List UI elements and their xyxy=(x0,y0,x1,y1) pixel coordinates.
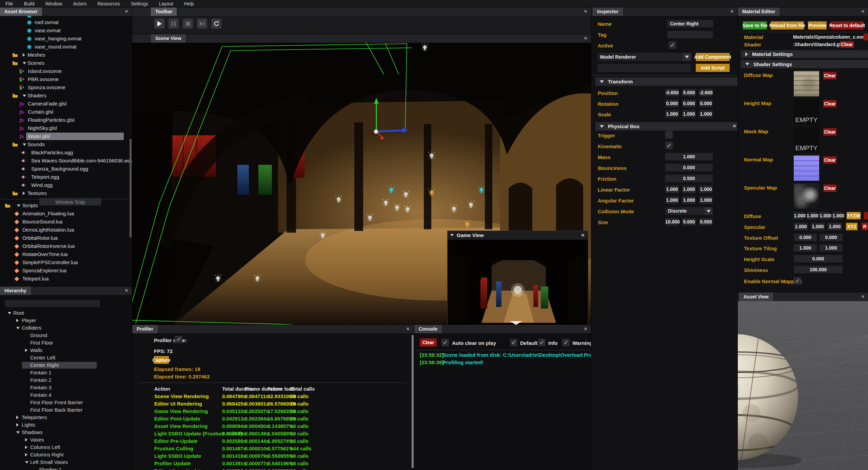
tab-console[interactable]: Console xyxy=(414,325,442,333)
tab-material-editor[interactable]: Material Editor xyxy=(738,7,780,16)
specular-texture-thumbnail[interactable] xyxy=(794,183,819,209)
tab-asset-view[interactable]: Asset View xyxy=(739,292,773,301)
menu-window[interactable]: Window xyxy=(40,0,68,7)
map-clear-button[interactable]: Clear xyxy=(823,128,836,136)
add-script-button[interactable]: Add Script xyxy=(696,64,730,72)
asset-item[interactable]: fxWater.glsl xyxy=(0,132,132,140)
hierarchy-search-input[interactable] xyxy=(5,300,100,307)
material-settings-header[interactable]: Material Settings xyxy=(741,50,868,58)
game-view-header[interactable]: Game View × xyxy=(448,231,588,240)
chevron-down-icon[interactable] xyxy=(25,461,28,464)
chevron-down-icon[interactable] xyxy=(17,204,20,207)
asset-view-render[interactable] xyxy=(738,301,868,470)
asset-item[interactable]: OrbitalRotor.lua xyxy=(0,234,132,242)
tab-scene-view[interactable]: Scene View xyxy=(151,34,186,43)
tag-field[interactable] xyxy=(667,31,713,38)
hierarchy-item-fontain-2[interactable]: Fontain 2 xyxy=(0,376,132,384)
close-icon[interactable]: × xyxy=(583,326,589,332)
save-to-file-button[interactable]: Save to file xyxy=(743,21,767,30)
hierarchy-item-teleporters[interactable]: Teleporters xyxy=(0,414,132,421)
name-field[interactable]: Center Right xyxy=(667,20,713,27)
texture-slot[interactable]: EMPTY xyxy=(794,127,819,153)
auto-clear-checkbox[interactable]: ✓ xyxy=(441,339,449,346)
step-button[interactable] xyxy=(197,19,207,28)
close-icon[interactable]: × xyxy=(583,8,589,15)
normal-texture-thumbnail[interactable] xyxy=(794,155,819,181)
value-field[interactable]: 0.000 xyxy=(820,234,843,241)
physical-box-section-header[interactable]: Physical Box × xyxy=(595,122,738,131)
play-button[interactable] xyxy=(154,19,164,28)
chevron-down-icon[interactable] xyxy=(16,327,20,329)
chevron-down-icon[interactable] xyxy=(16,431,20,434)
value-field[interactable]: -2.600 xyxy=(699,89,713,96)
console-clear-button[interactable]: Clear xyxy=(420,338,437,347)
tab-hierarchy[interactable]: Hierarchy xyxy=(0,287,31,295)
value-field[interactable]: 1.000 xyxy=(832,212,843,219)
hierarchy-item-vases[interactable]: Vases xyxy=(0,436,132,444)
value-field[interactable]: 1.000 xyxy=(794,212,804,219)
profiler-scrollbar[interactable] xyxy=(412,335,414,468)
chevron-right-icon[interactable] xyxy=(16,319,19,322)
chevron-right-icon[interactable] xyxy=(23,192,25,195)
asset-item[interactable]: OrbitalRotorInverse.lua xyxy=(0,242,132,250)
hierarchy-item-ground[interactable]: Ground xyxy=(0,332,132,339)
resize-handle-icon[interactable] xyxy=(510,321,522,325)
chevron-right-icon[interactable] xyxy=(25,438,27,442)
value-field[interactable]: 1.000 xyxy=(699,196,713,204)
asset-item[interactable]: Teleport.ogg xyxy=(0,173,132,181)
shininess-field[interactable]: 100.000 xyxy=(794,266,843,273)
empty-texture-slot[interactable]: EMPTY xyxy=(794,99,819,124)
mass-field[interactable]: 1.000 xyxy=(665,153,713,160)
close-icon[interactable]: × xyxy=(860,8,866,15)
value-field[interactable]: 10.000 xyxy=(665,218,679,226)
value-field[interactable]: 1.000 xyxy=(699,185,713,193)
pause-button[interactable] xyxy=(169,19,179,28)
chevron-right-icon[interactable] xyxy=(25,446,27,449)
hierarchy-item-lights[interactable]: Lights xyxy=(0,421,132,429)
map-clear-button[interactable]: Clear xyxy=(823,156,836,164)
column-header[interactable]: Total calls xyxy=(290,385,315,393)
column-header[interactable]: Action xyxy=(154,385,170,393)
filter-default-checkbox[interactable]: ✓ xyxy=(510,339,517,346)
close-icon[interactable]: × xyxy=(405,326,411,332)
tab-asset-browser[interactable]: Asset Browser xyxy=(0,7,42,16)
map-clear-button[interactable]: Clear xyxy=(823,184,836,192)
chevron-right-icon[interactable] xyxy=(25,349,27,352)
component-dropdown[interactable]: Model Renderer xyxy=(597,53,688,61)
tab-inspector[interactable]: Inspector xyxy=(593,7,623,16)
value-field[interactable]: 0.000 xyxy=(699,100,713,107)
asset-item[interactable]: RotateOverTime.lua xyxy=(0,250,132,258)
menu-settings[interactable]: Settings xyxy=(125,0,154,7)
chevron-down-icon[interactable] xyxy=(23,143,26,146)
material-preview-render[interactable] xyxy=(738,301,868,470)
chevron-down-icon[interactable] xyxy=(23,95,26,97)
asset-folder-textures[interactable]: Textures xyxy=(0,189,132,197)
filter-warning-checkbox[interactable]: ✓ xyxy=(562,339,570,346)
texture-slot[interactable] xyxy=(794,183,819,209)
asset-item[interactable]: SimpleFPSController.lua xyxy=(0,258,132,267)
texture-slot[interactable]: EMPTY xyxy=(794,99,819,124)
asset-item[interactable]: Animation_Floating.lua xyxy=(0,210,132,218)
asset-item[interactable]: BlackParticles.ogg xyxy=(0,149,132,157)
bounciness-field[interactable]: 0.000 xyxy=(665,164,713,171)
collision-mode-dropdown[interactable]: Discrete xyxy=(665,207,707,215)
value-field[interactable]: 1.000 xyxy=(682,110,696,118)
chevron-down-icon[interactable] xyxy=(705,207,713,215)
close-icon[interactable]: × xyxy=(583,35,589,41)
asset-item[interactable]: Sponza_Background.ogg xyxy=(0,165,132,173)
value-field[interactable]: 1.000 xyxy=(811,223,825,230)
shader-settings-header[interactable]: Shader Settings xyxy=(741,60,868,68)
collapse-icon[interactable] xyxy=(450,234,454,236)
menu-help[interactable]: Help xyxy=(179,0,199,7)
close-icon[interactable]: × xyxy=(123,8,130,15)
hierarchy-item-walls[interactable]: Walls xyxy=(0,347,132,354)
menu-layout[interactable]: Layout xyxy=(154,0,179,7)
asset-item[interactable]: Wind.ogg xyxy=(0,181,132,189)
value-field[interactable]: 1.000 xyxy=(665,196,679,204)
trigger-checkbox[interactable] xyxy=(665,131,673,138)
hierarchy-item-first-floor-front-barrier[interactable]: First Floor Front Barrier xyxy=(0,399,132,406)
hierarchy-item-fontain-4[interactable]: Fontain 4 xyxy=(0,391,132,399)
value-field[interactable]: 1.000 xyxy=(682,196,696,204)
asset-item[interactable]: fxCurtain.glsl xyxy=(0,108,132,116)
asset-folder-shaders[interactable]: Shaders xyxy=(0,92,132,100)
